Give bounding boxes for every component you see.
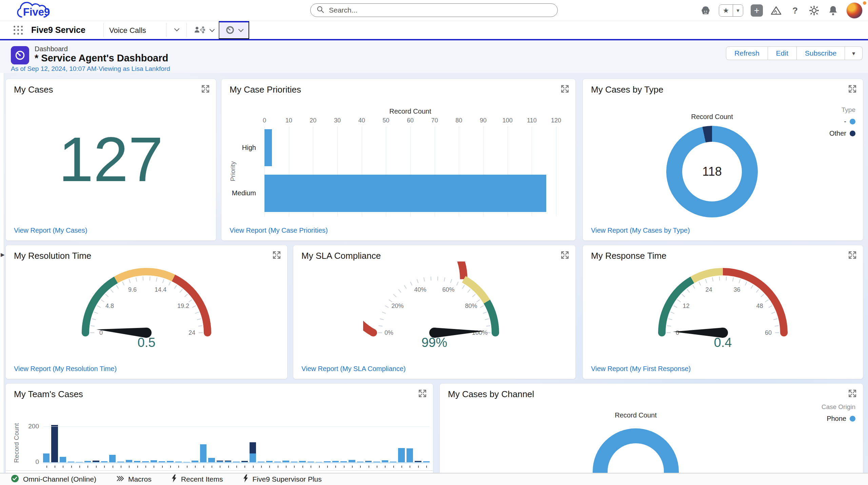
app-launcher-icon[interactable] <box>14 26 23 35</box>
legend-dot <box>850 119 855 124</box>
refresh-button[interactable]: Refresh <box>726 46 768 60</box>
bar-plot <box>264 127 556 216</box>
gauge-chart: 01224364860 <box>652 261 794 343</box>
card-title: My Team's Cases <box>14 389 83 400</box>
expand-icon[interactable] <box>559 83 571 96</box>
expand-icon[interactable] <box>847 249 858 262</box>
card-my-cases-by-type: My Cases by Type Record Count 118 Type -… <box>583 79 863 241</box>
five9-logo: Five9 <box>12 1 66 21</box>
gauge-value: 0.5 <box>6 335 287 350</box>
quick-add-icon[interactable]: + <box>751 4 763 17</box>
legend-item[interactable]: Other <box>829 130 855 137</box>
chevron-down-icon <box>210 27 215 32</box>
header-actions: ★ ▼ + ? <box>700 0 863 21</box>
view-report-link[interactable]: View Report (My SLA Compliance) <box>301 365 406 373</box>
axis-divider <box>6 470 433 471</box>
voice-calls-dropdown-icon[interactable] <box>173 27 181 33</box>
card-my-cases-by-channel: My Cases by Channel Record Count 55 Case… <box>439 383 863 473</box>
recent-items-item[interactable]: Recent Items <box>169 474 225 484</box>
expand-icon[interactable] <box>200 83 211 96</box>
donut-chart[interactable]: 55 <box>593 428 679 473</box>
expand-icon[interactable] <box>417 388 428 400</box>
donut-center-value: 55 <box>608 443 664 473</box>
svg-text:48: 48 <box>756 303 763 309</box>
lightning-bolt-icon <box>171 474 177 484</box>
global-search[interactable] <box>310 3 558 17</box>
y-axis-title: Record Count <box>13 423 20 463</box>
five9-supervisor-plus-item[interactable]: Five9 Supervisor Plus <box>241 474 324 484</box>
view-report-link[interactable]: View Report (My Cases by Type) <box>591 227 690 234</box>
svg-text:12: 12 <box>683 303 690 309</box>
stacked-bar-plot <box>43 424 430 462</box>
donut-chart[interactable]: 118 <box>666 126 758 217</box>
svg-text:20%: 20% <box>392 303 404 309</box>
trailhead-icon[interactable] <box>770 5 782 16</box>
lightning-bolt-icon <box>243 474 249 484</box>
view-report-link[interactable]: View Report (My Resolution Time) <box>14 365 117 373</box>
setup-gear-icon[interactable] <box>808 5 820 16</box>
app-nav-bar: Five9 Service Voice Calls <box>0 21 868 40</box>
edit-button[interactable]: Edit <box>768 46 797 60</box>
search-input[interactable] <box>328 6 551 15</box>
object-type-label: Dashboard <box>35 45 68 53</box>
expand-panel-arrow-icon[interactable]: ▶ <box>1 252 5 258</box>
svg-text:60: 60 <box>765 329 772 336</box>
notifications-bell-icon[interactable] <box>827 5 839 16</box>
tab-dashboard-active[interactable] <box>219 21 249 39</box>
page-title: * Service Agent's Dashboard <box>35 53 168 64</box>
svg-text:0: 0 <box>676 329 679 336</box>
subscribe-button[interactable]: Subscribe <box>797 46 845 60</box>
card-my-sla-compliance: My SLA Compliance 0%20%40%60%80%100% 99%… <box>293 245 576 379</box>
favorites-star-icon[interactable]: ★ <box>719 5 733 16</box>
chevron-down-icon <box>238 27 243 32</box>
donut-axis-title: Record Count <box>691 113 733 121</box>
gauge-value: 99% <box>293 335 575 350</box>
card-title: My SLA Compliance <box>301 251 381 261</box>
gauge-value: 0.4 <box>583 335 863 350</box>
gauge-chart: 0%20%40%60%80%100% <box>363 261 506 343</box>
x-axis-ticks: 0102030405060708090100110120 <box>264 117 556 125</box>
svg-text:9.6: 9.6 <box>128 286 137 293</box>
expand-icon[interactable] <box>559 249 571 262</box>
notification-dot <box>863 1 866 5</box>
help-icon[interactable]: ? <box>789 5 801 16</box>
more-actions-dropdown-icon[interactable]: ▼ <box>845 46 863 60</box>
agent-share-icon <box>194 25 205 35</box>
dashboard-canvas: ▶ My Cases 127 View Report (My Cases) My… <box>0 73 868 473</box>
legend-title: Type <box>829 106 855 114</box>
omni-channel-item[interactable]: Omni-Channel (Online) <box>9 474 98 485</box>
view-report-link[interactable]: View Report (My Cases) <box>14 227 87 234</box>
legend-item[interactable]: Phone <box>822 415 855 423</box>
chart-legend: Type - Other <box>829 106 855 137</box>
card-title: My Resolution Time <box>14 251 91 261</box>
avatar[interactable] <box>846 2 863 19</box>
legend-item[interactable]: - <box>829 118 855 125</box>
app-name: Five9 Service <box>31 25 85 35</box>
online-check-icon <box>11 474 19 484</box>
expand-icon[interactable] <box>847 83 858 96</box>
global-header: Five9 ★ ▼ + ? <box>0 0 868 21</box>
logo-text: Five9 <box>23 6 50 18</box>
card-title: My Cases by Type <box>591 84 663 95</box>
expand-icon[interactable] <box>847 388 858 400</box>
macros-item[interactable]: Macros <box>114 475 154 484</box>
dashboard-gauge-icon <box>225 25 235 36</box>
card-title: My Cases by Channel <box>448 389 534 400</box>
tab-voice-calls[interactable]: Voice Calls <box>109 26 146 35</box>
as-of-viewing-as[interactable]: As of Sep 12, 2024, 10:07 AM·Viewing as … <box>11 65 170 73</box>
svg-text:14.4: 14.4 <box>155 286 166 293</box>
tab-contact-requests[interactable] <box>192 25 216 36</box>
favorites-dropdown-icon[interactable]: ▼ <box>733 5 743 16</box>
card-my-response-time: My Response Time 01224364860 0.4 View Re… <box>583 245 863 379</box>
legend-dot <box>850 416 855 422</box>
card-my-case-priorities: My Case Priorities Record Count 01020304… <box>221 79 576 241</box>
dashboard-actions: Refresh Edit Subscribe ▼ <box>726 46 863 60</box>
svg-text:80%: 80% <box>465 303 477 309</box>
einstein-icon[interactable] <box>700 5 711 16</box>
view-report-link[interactable]: View Report (My First Response) <box>591 365 691 373</box>
expand-icon[interactable] <box>271 249 282 262</box>
svg-text:24: 24 <box>706 286 712 293</box>
view-report-link[interactable]: View Report (My Case Priorities) <box>230 227 328 234</box>
card-title: My Case Priorities <box>230 84 301 95</box>
macros-chevrons-icon <box>116 475 124 484</box>
